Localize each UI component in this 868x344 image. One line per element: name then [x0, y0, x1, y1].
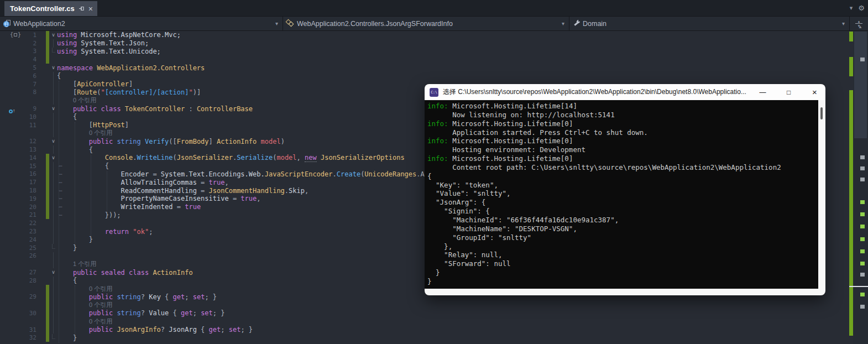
editor-scrollbar-thumb[interactable] — [854, 32, 867, 138]
console-line: "JsonArg": { — [427, 198, 825, 207]
type-dropdown[interactable]: WebApplication2.Controllers.JsonArgSForw… — [283, 17, 569, 30]
indent-guide — [91, 155, 91, 236]
console-window[interactable]: C:\ 选择 C:\Users\snltty\source\repos\WebA… — [425, 84, 825, 295]
fold-margin — [50, 317, 57, 326]
chevron-down-icon[interactable]: ▾ — [562, 20, 564, 27]
line-number: 31 — [22, 326, 36, 333]
fold-margin — [50, 113, 57, 121]
project-dropdown[interactable]: WebApplication2 ▾ — [0, 17, 283, 30]
class-icon — [286, 20, 294, 27]
fold-margin[interactable]: ∨ — [50, 105, 57, 113]
scrollbar-mark — [860, 178, 865, 181]
fold-margin — [50, 277, 57, 285]
console-line: "MachineId": "66f36f44fa16dc10e9a1c387", — [427, 216, 825, 225]
codelens-references[interactable]: 0 个引用 — [57, 317, 112, 326]
change-tracking-empty — [46, 277, 49, 285]
console-horizontal-scrollbar[interactable] — [425, 289, 825, 295]
scrollbar-mark — [860, 225, 865, 228]
fold-margin — [50, 48, 57, 56]
fold-margin[interactable]: ∨ — [50, 268, 57, 277]
change-tracking-empty — [46, 236, 49, 244]
tab-list-dropdown-icon[interactable]: ▾ — [850, 4, 853, 12]
code-row: 6{ — [0, 72, 868, 80]
fold-margin — [50, 211, 57, 220]
codelens-references[interactable]: 1 个引用 — [57, 260, 96, 268]
change-tracking-empty — [46, 145, 49, 154]
fold-margin[interactable]: ∨ — [50, 137, 57, 145]
minimize-button[interactable]: — — [752, 84, 773, 100]
console-line: info: Microsoft.Hosting.Lifetime[0] — [427, 154, 825, 163]
console-title: 选择 C:\Users\snltty\source\repos\WebAppli… — [443, 87, 747, 97]
change-tracking-bar — [46, 333, 49, 342]
fold-margin[interactable]: ∨ — [50, 64, 57, 72]
scrollbar-mark — [860, 166, 865, 170]
fold-margin — [50, 170, 57, 179]
code-row: 2using System.Text.Json; — [0, 39, 868, 48]
tab-close-icon[interactable]: × — [88, 5, 93, 13]
collapse-arrow-icon: ∨ — [51, 270, 55, 275]
change-tracking-empty — [46, 113, 49, 121]
fold-margin[interactable]: ∨ — [50, 31, 57, 39]
console-line: "Signin": { — [427, 207, 825, 216]
console-title-bar[interactable]: C:\ 选择 C:\Users\snltty\source\repos\WebA… — [425, 84, 825, 100]
codelens-references[interactable]: 0 个引用 — [57, 285, 112, 293]
codelens-references[interactable]: 0 个引用 — [57, 129, 112, 137]
fold-margin — [50, 162, 57, 170]
line-number: 17 — [22, 179, 36, 186]
change-tracking-bar — [46, 326, 49, 334]
console-vscrollbar-thumb[interactable] — [820, 107, 823, 119]
console-line: } — [427, 268, 825, 277]
change-tracking-empty — [46, 96, 49, 105]
change-tracking-empty — [46, 72, 49, 80]
chevron-down-icon[interactable]: ▾ — [275, 20, 278, 27]
tab-title: TokenController.cs — [10, 4, 75, 13]
scrollbar-mark — [860, 200, 865, 204]
indent-guide — [75, 285, 75, 334]
maximize-button[interactable]: □ — [778, 84, 799, 100]
console-vertical-scrollbar[interactable] — [818, 100, 825, 289]
console-line: "Relay": null, — [427, 251, 825, 259]
fold-margin — [50, 309, 57, 317]
fold-margin — [50, 178, 57, 186]
change-tracking-empty — [46, 137, 49, 145]
fold-margin — [50, 88, 57, 97]
line-number: 3 — [22, 48, 36, 55]
scrollbar-mark — [860, 237, 865, 241]
chevron-down-icon[interactable]: ▾ — [842, 20, 845, 27]
console-line: info: Microsoft.Hosting.Lifetime[0] — [427, 119, 825, 128]
fold-margin — [50, 121, 57, 129]
scrollbar-change-mark — [849, 32, 853, 41]
codelens-references[interactable]: 0 个引用 — [57, 301, 112, 309]
change-tracking-empty — [46, 121, 49, 129]
pin-icon[interactable] — [79, 6, 85, 12]
member-dropdown[interactable]: Domain ▾ — [569, 17, 850, 30]
change-tracking-bar — [46, 178, 49, 186]
close-button[interactable]: × — [804, 84, 825, 100]
fold-margin — [50, 195, 57, 203]
change-tracking-bar — [46, 186, 49, 195]
code-row: 31 public JsonArgInfo? JsonArg { get; se… — [0, 326, 868, 334]
tab-tokencontroller[interactable]: TokenController.cs × — [4, 1, 97, 16]
gear-icon[interactable]: ⚙ — [858, 4, 865, 12]
tab-strip: TokenController.cs × ▾ ⚙ — [0, 0, 868, 16]
line-number: 25 — [22, 244, 36, 252]
fold-margin — [50, 96, 57, 105]
project-dropdown-label: WebApplication2 — [13, 20, 65, 28]
codelens-references[interactable]: 0 个引用 — [57, 96, 96, 105]
line-number: 19 — [22, 195, 36, 202]
codelens-row: 0 个引用 — [0, 317, 868, 326]
change-tracking-bar — [46, 154, 49, 162]
scrollbar-change-mark — [849, 57, 853, 76]
usings-region-icon: {} — [10, 32, 21, 38]
fold-margin[interactable]: ∨ — [50, 154, 57, 162]
line-number: 28 — [22, 277, 36, 284]
fold-margin — [50, 333, 57, 342]
scrollbar-up-arrow-icon[interactable]: ▲ — [855, 24, 865, 29]
navigation-bar: WebApplication2 ▾ WebApplication2.Contro… — [0, 16, 868, 31]
line-number: 29 — [22, 293, 36, 300]
change-tracking-empty — [46, 260, 49, 268]
line-number: 24 — [22, 236, 36, 243]
change-tracking-empty — [46, 244, 49, 252]
change-tracking-empty — [46, 227, 49, 236]
collapse-arrow-icon: ∨ — [51, 65, 55, 70]
